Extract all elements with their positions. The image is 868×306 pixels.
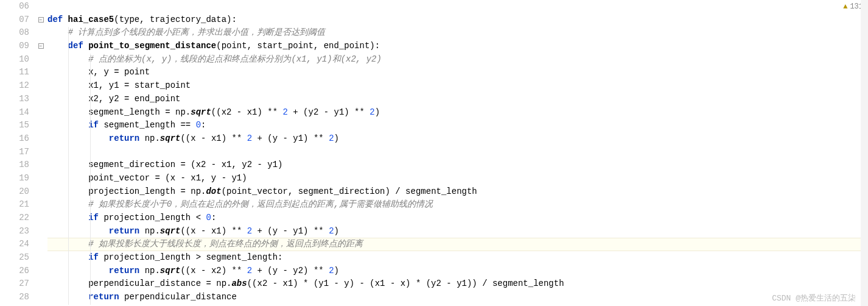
line-number: 12 <box>0 79 29 93</box>
indent-guide <box>68 27 69 305</box>
line-number: 15 <box>0 119 29 132</box>
line-number: 10 <box>0 53 29 66</box>
fold-row <box>35 291 46 304</box>
code-line[interactable] <box>47 0 868 13</box>
code-line[interactable]: segment_length = np.sqrt((x2 - x1) ** 2 … <box>47 106 868 119</box>
fold-row <box>35 251 46 265</box>
fold-row <box>35 212 46 225</box>
fold-row <box>35 277 46 291</box>
code-line[interactable] <box>47 146 868 159</box>
line-number: 09 <box>0 40 29 53</box>
code-line[interactable]: def point_to_segment_distance(point, sta… <box>47 40 868 53</box>
code-line[interactable]: segment_direction = (x2 - x1, y2 - y1) <box>47 158 868 172</box>
line-number: 16 <box>0 132 29 146</box>
fold-row <box>35 119 46 132</box>
warning-icon: ▲ <box>843 2 847 11</box>
code-line[interactable]: x2, y2 = end_point <box>47 93 868 106</box>
fold-row <box>35 225 46 238</box>
code-line[interactable]: x, y = point <box>47 66 868 79</box>
line-number: 08 <box>0 26 29 40</box>
fold-row <box>35 66 46 79</box>
fold-row <box>35 265 46 278</box>
code-line[interactable]: if segment_length == 0: <box>47 119 868 132</box>
code-line[interactable]: return np.sqrt((x - x1) ** 2 + (y - y1) … <box>47 132 868 146</box>
line-number: 07 <box>0 13 29 27</box>
fold-row <box>35 93 46 106</box>
line-number: 18 <box>0 158 29 172</box>
code-area[interactable]: def hai_case5(type, trajectory_data): # … <box>46 0 868 306</box>
fold-collapse-icon[interactable]: − <box>38 43 44 49</box>
fold-row <box>35 146 46 159</box>
line-number: 06 <box>0 0 29 13</box>
line-number: 17 <box>0 146 29 159</box>
line-number: 11 <box>0 66 29 79</box>
line-number: 28 <box>0 291 29 304</box>
line-number: 21 <box>0 198 29 212</box>
line-number: 23 <box>0 225 29 238</box>
line-number: 13 <box>0 93 29 106</box>
fold-collapse-icon[interactable]: − <box>38 17 44 23</box>
code-line[interactable]: return perpendicular_distance <box>47 291 868 304</box>
line-number: 27 <box>0 277 29 291</box>
code-line[interactable]: def hai_case5(type, trajectory_data): <box>47 13 868 27</box>
code-line[interactable]: # 如果投影长度大于线段长度，则点在终点的外侧，返回点到终点的距离 <box>47 238 868 251</box>
code-line[interactable]: # 计算点到多个线段的最小距离，并求出最小值，判断是否达到阈值 <box>47 26 868 40</box>
fold-gutter[interactable]: −− <box>35 0 46 306</box>
line-number: 19 <box>0 172 29 185</box>
code-line[interactable]: x1, y1 = start_point <box>47 79 868 93</box>
fold-row <box>35 185 46 199</box>
fold-row <box>35 106 46 119</box>
code-line[interactable]: return np.sqrt((x - x2) ** 2 + (y - y2) … <box>47 265 868 278</box>
line-number: 22 <box>0 212 29 225</box>
line-number: 26 <box>0 265 29 278</box>
indent-guide <box>90 54 91 305</box>
line-number: 20 <box>0 185 29 199</box>
fold-row <box>35 158 46 172</box>
fold-row <box>35 79 46 93</box>
code-line[interactable]: perpendicular_distance = np.abs((x2 - x1… <box>47 277 868 291</box>
fold-row: − <box>35 40 46 53</box>
fold-row: − <box>35 13 46 27</box>
line-number-gutter: 0607080910111213141516171819202122232425… <box>0 0 35 306</box>
code-line[interactable]: # 如果投影长度小于0，则点在起点的外侧，返回点到起点的距离,属于需要做辅助线的… <box>47 198 868 212</box>
fold-row <box>35 53 46 66</box>
line-number: 14 <box>0 106 29 119</box>
fold-row <box>35 0 46 13</box>
code-line[interactable]: if projection_length > segment_length: <box>47 251 868 265</box>
code-line[interactable]: return np.sqrt((x - x1) ** 2 + (y - y1) … <box>47 225 868 238</box>
code-line[interactable]: projection_length = np.dot(point_vector,… <box>47 185 868 199</box>
code-line[interactable]: point_vector = (x - x1, y - y1) <box>47 172 868 185</box>
code-line[interactable]: # 点的坐标为(x, y)，线段的起点和终点坐标分别为(x1, y1)和(x2,… <box>47 53 868 66</box>
vertical-scrollbar[interactable] <box>861 0 868 306</box>
fold-row <box>35 26 46 40</box>
line-number: 24 <box>0 238 29 251</box>
line-number: 25 <box>0 251 29 265</box>
code-editor[interactable]: 0607080910111213141516171819202122232425… <box>0 0 868 306</box>
code-line[interactable]: if projection_length < 0: <box>47 212 868 225</box>
fold-row <box>35 132 46 146</box>
fold-row <box>35 172 46 185</box>
fold-row <box>35 238 46 251</box>
fold-row <box>35 198 46 212</box>
